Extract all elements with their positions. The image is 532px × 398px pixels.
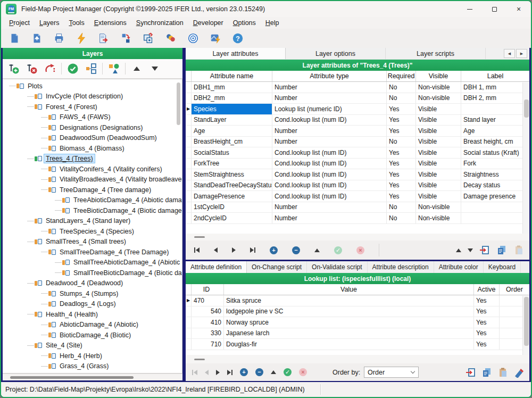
- lookup-active-cell[interactable]: Yes: [474, 317, 500, 328]
- lookup-id-cell[interactable]: 470: [192, 295, 224, 306]
- insert-record-button[interactable]: +: [240, 368, 248, 376]
- copy-structure-icon[interactable]: [142, 31, 155, 45]
- attribute-row[interactable]: DBH1_mm Number No Non-visible DBH 1, mm: [186, 82, 529, 93]
- lookup-row[interactable]: 710 Douglas-fir Yes 5: [186, 339, 529, 350]
- tree-item[interactable]: Plots: [3, 81, 182, 92]
- tree-item[interactable]: Biomass_4 (Biomass): [3, 143, 182, 154]
- tree-item[interactable]: Grass_4 (Grass): [3, 361, 182, 372]
- attribute-row[interactable]: ForkTree Cond.lookup list (num ID) Yes V…: [186, 159, 529, 170]
- attribute-type-cell[interactable]: Cond.lookup list (num ID): [272, 159, 387, 169]
- attribute-name-cell[interactable]: ForkTree: [192, 159, 272, 169]
- splitter-grip[interactable]: [194, 359, 205, 360]
- tree-item[interactable]: Trees_4 (Trees): [3, 154, 182, 164]
- attribute-name-cell[interactable]: DBH2_mm: [192, 93, 272, 104]
- tree-item[interactable]: Deadlogs_4 (Logs): [3, 299, 182, 310]
- scrollbar-thumb[interactable]: [524, 100, 529, 118]
- move-row-up-button[interactable]: [456, 248, 461, 252]
- attribute-visible-cell[interactable]: Visible: [416, 159, 461, 169]
- attribute-type-cell[interactable]: Number: [272, 93, 387, 104]
- import-document-icon[interactable]: [30, 31, 44, 45]
- attribute-required-cell[interactable]: No: [387, 137, 416, 147]
- edit-record-button[interactable]: [271, 370, 276, 374]
- attribute-visible-cell[interactable]: Visible: [416, 126, 461, 136]
- attribute-name-cell[interactable]: DamagePresence: [192, 191, 272, 202]
- attribute-type-cell[interactable]: Number: [272, 82, 387, 93]
- attribute-label-cell[interactable]: [461, 213, 529, 223]
- tree-item[interactable]: TreeBioticDamage_4 (Biotic damage): [3, 205, 182, 216]
- post-edit-button[interactable]: ✓: [284, 368, 292, 376]
- map-flash-icon[interactable]: [209, 31, 222, 45]
- attribute-row[interactable]: StandDeadTreeDecayStatus Cond.lookup lis…: [186, 180, 529, 192]
- last-record-button[interactable]: [250, 247, 255, 253]
- first-record-button[interactable]: [192, 370, 197, 375]
- attribute-label-cell[interactable]: [461, 104, 529, 114]
- attribute-required-cell[interactable]: No: [387, 82, 416, 93]
- scrollbar-thumb[interactable]: [524, 297, 529, 346]
- attribute-row[interactable]: Age Number Yes Visible Age: [186, 126, 529, 137]
- menu-item[interactable]: Extensions: [89, 18, 131, 28]
- move-up-icon[interactable]: [130, 62, 144, 76]
- attribute-type-cell[interactable]: Cond.lookup list (num ID): [272, 147, 387, 158]
- maximize-button[interactable]: [482, 1, 506, 17]
- subtab[interactable]: Keyboard: [484, 261, 521, 273]
- horizontal-splitter[interactable]: [186, 355, 529, 363]
- attribute-name-cell[interactable]: StemStraightness: [192, 169, 272, 180]
- tree-item[interactable]: InvCycle (Plot description): [3, 92, 182, 102]
- insert-record-button[interactable]: +: [270, 246, 278, 254]
- delete-record-button[interactable]: −: [292, 246, 300, 254]
- tree-item[interactable]: TreeAbioticDamage_4 (Abiotic damage): [3, 195, 182, 206]
- tree-item[interactable]: TreeSpecies_4 (Species): [3, 226, 182, 237]
- attribute-row[interactable]: 2ndCycleID Number No Non-visible: [186, 213, 529, 224]
- subtab[interactable]: On-Change script: [247, 261, 307, 273]
- post-edit-button[interactable]: ✓: [334, 246, 342, 254]
- layer-tab[interactable]: Layer options: [286, 48, 386, 59]
- tree-item[interactable]: AbioticDamage_4 (Abiotic): [3, 320, 182, 330]
- attribute-label-cell[interactable]: Breast height, cm: [461, 137, 529, 147]
- tree-item[interactable]: Deadwood_4 (Deadwood): [3, 278, 182, 289]
- attribute-type-cell[interactable]: Cond.lookup list (num ID): [272, 169, 387, 180]
- attribute-visible-cell[interactable]: Visible: [416, 115, 461, 126]
- attribute-required-cell[interactable]: No: [387, 93, 416, 104]
- attribute-type-cell[interactable]: Number: [272, 126, 387, 136]
- attribute-type-cell[interactable]: Number: [272, 202, 387, 213]
- lookup-value-cell[interactable]: lodgepole pine v SC: [224, 306, 474, 317]
- attribute-visible-cell[interactable]: Non-visible: [416, 202, 461, 213]
- print-icon[interactable]: [52, 31, 66, 45]
- first-record-button[interactable]: [194, 247, 200, 253]
- attribute-name-cell[interactable]: StandLayer: [192, 115, 272, 126]
- copy-grid-icon[interactable]: [496, 245, 507, 255]
- tree-item[interactable]: Stumps_4 (Stumps): [3, 288, 182, 299]
- hierarchy-icon[interactable]: [84, 62, 98, 76]
- attribute-visible-cell[interactable]: Non-visible: [416, 82, 461, 93]
- tree-item[interactable]: SmallTreeDamage_4 (Tree Damage): [3, 247, 182, 258]
- lookup-id-cell[interactable]: 410: [192, 317, 224, 328]
- attribute-type-cell[interactable]: Cond.lookup list (num ID): [272, 180, 387, 191]
- lookup-value-cell[interactable]: Japanese larch: [224, 328, 474, 339]
- clear-grid-icon[interactable]: [513, 367, 524, 378]
- export-document-icon[interactable]: [97, 31, 111, 45]
- attribute-type-cell[interactable]: Lookup list (numeric ID): [272, 104, 387, 114]
- attribute-name-cell[interactable]: BreastHeight_cm: [192, 137, 272, 147]
- attribute-required-cell[interactable]: Yes: [387, 126, 416, 136]
- attribute-row[interactable]: Species Lookup list (numeric ID) Yes Vis…: [186, 104, 529, 115]
- attribute-label-cell[interactable]: DBH 2, mm: [461, 93, 529, 104]
- attribute-name-cell[interactable]: Age: [192, 126, 272, 136]
- attribute-type-cell[interactable]: Number: [272, 213, 387, 223]
- splitter-grip[interactable]: [194, 236, 205, 238]
- subtab[interactable]: On-Validate script: [307, 261, 367, 273]
- tree-item[interactable]: BioticDamage_4 (Biotic): [3, 330, 182, 341]
- attribute-label-cell[interactable]: DBH 1, mm: [461, 82, 529, 93]
- lookup-id-cell[interactable]: 540: [192, 306, 224, 317]
- close-button[interactable]: ×: [506, 1, 531, 17]
- lookup-id-cell[interactable]: 330: [192, 328, 224, 339]
- lookup-row[interactable]: 540 lodgepole pine v SC Yes 2: [186, 306, 529, 318]
- attribute-required-cell[interactable]: Yes: [387, 115, 416, 126]
- attribute-row[interactable]: StemStraightness Cond.lookup list (num I…: [186, 169, 529, 180]
- subtab[interactable]: Attribute color: [434, 261, 484, 273]
- attribute-row[interactable]: DamagePresence Cond.lookup list (num ID)…: [186, 191, 529, 202]
- attribute-required-cell[interactable]: Yes: [387, 191, 416, 202]
- tree-horizontal-scrollbar[interactable]: [3, 374, 182, 380]
- copy-grid-icon[interactable]: [481, 367, 492, 378]
- thematic-icon[interactable]: [107, 62, 121, 76]
- next-record-button[interactable]: [232, 247, 236, 253]
